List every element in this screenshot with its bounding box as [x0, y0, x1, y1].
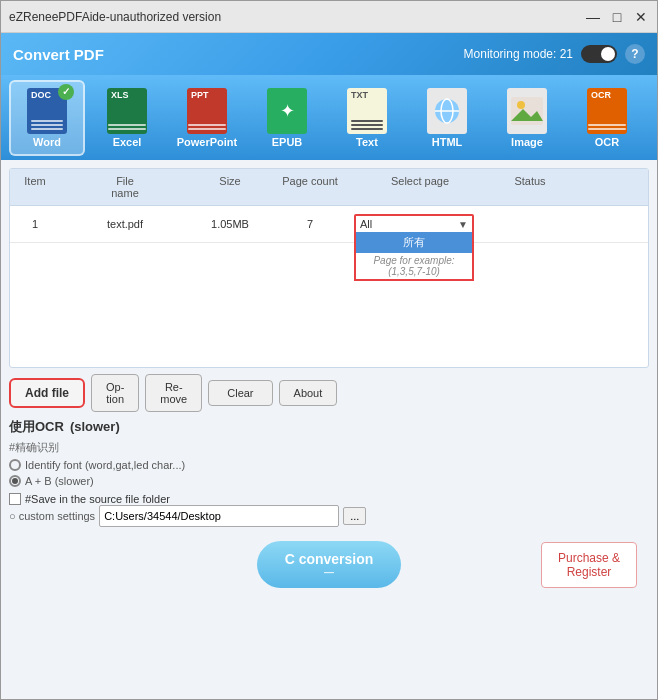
dropdown-arrow-icon: ▼ [458, 219, 468, 230]
window-title: eZReneePDFAide-unauthorized version [9, 10, 585, 24]
img-icon-bg [507, 88, 547, 134]
format-ocr[interactable]: OCR [569, 80, 645, 156]
ocr-title-en: (slower) [70, 419, 120, 434]
svg-point-4 [517, 101, 525, 109]
ocr-option1-row: Identify font (word,gat,led char...) [9, 459, 649, 471]
main-content: Item Filename Size Page count Select pag… [1, 160, 657, 699]
convert-btn-sub: — [324, 567, 334, 578]
format-powerpoint[interactable]: PowerPoint [169, 80, 245, 156]
purchase-button[interactable]: Purchase & Register [541, 542, 637, 588]
format-bar: ✓ Word Excel [1, 75, 657, 160]
ocr-option2-row: A + B (slower) [9, 475, 649, 487]
purchase-line2: Register [567, 565, 612, 579]
col-selectpage: Select page [350, 173, 490, 201]
dropdown-menu: 所有 Page for example: (1,3,5,7-10) [354, 232, 474, 281]
save-label: #Save in the source file folder [25, 493, 170, 505]
format-excel-label: Excel [113, 136, 142, 148]
ocr-option1-radio[interactable] [9, 459, 21, 471]
minimize-button[interactable]: — [585, 9, 601, 25]
word-icon: ✓ [24, 88, 70, 134]
help-button[interactable]: ? [625, 44, 645, 64]
col-status: Status [490, 173, 570, 201]
format-powerpoint-label: PowerPoint [177, 136, 238, 148]
add-file-button[interactable]: Add file [9, 378, 85, 408]
format-epub-label: EPUB [272, 136, 303, 148]
app-title: Convert PDF [13, 46, 104, 63]
ocr-option2-radio[interactable] [9, 475, 21, 487]
remove-button[interactable]: Re-move [145, 374, 202, 412]
cell-filename: text.pdf [60, 216, 190, 232]
table-header: Item Filename Size Page count Select pag… [10, 169, 648, 206]
save-section: #Save in the source file folder ○ custom… [9, 493, 649, 527]
purchase-line1: Purchase & [558, 551, 620, 565]
path-row: ○ custom settings ... [9, 505, 649, 527]
col-pagecount: Page count [270, 173, 350, 201]
ppt-icon-bg [187, 88, 227, 134]
excel-icon [104, 88, 150, 134]
format-ocr-label: OCR [595, 136, 619, 148]
convert-button[interactable]: C conversion — [257, 541, 402, 588]
monitoring-toggle[interactable] [581, 45, 617, 63]
dropdown-option-all[interactable]: 所有 [356, 232, 472, 253]
format-word-label: Word [33, 136, 61, 148]
format-html-label: HTML [432, 136, 463, 148]
monitoring-label: Monitoring mode: 21 [464, 47, 573, 61]
format-epub[interactable]: ✦ EPUB [249, 80, 325, 156]
ocr-icon [584, 88, 630, 134]
title-bar: eZReneePDFAide-unauthorized version — □ … [1, 1, 657, 33]
dropdown-header[interactable]: All ▼ [356, 216, 472, 232]
format-html[interactable]: HTML [409, 80, 485, 156]
txt-icon-bg [347, 88, 387, 134]
save-checkbox[interactable] [9, 493, 21, 505]
ocr-option1-label: Identify font (word,gat,led char...) [25, 459, 185, 471]
dropdown-current-value: All [360, 218, 372, 230]
cell-size: 1.05MB [190, 216, 270, 232]
col-item: Item [10, 173, 60, 201]
format-excel[interactable]: Excel [89, 80, 165, 156]
ocr-icon-bg [587, 88, 627, 134]
xls-icon-bg [107, 88, 147, 134]
format-image-label: Image [511, 136, 543, 148]
format-image[interactable]: Image [489, 80, 565, 156]
dropdown-hint: Page for example: (1,3,5,7-10) [356, 253, 472, 279]
ocr-title: 使用OCR [9, 418, 64, 436]
format-word[interactable]: ✓ Word [9, 80, 85, 156]
buttons-row: Add file Op-tion Re-move Clear About [9, 374, 649, 412]
page-select-dropdown[interactable]: All ▼ 所有 Page for example: (1,3,5,7-10) [354, 214, 474, 234]
path-input[interactable] [99, 505, 339, 527]
col-filename: Filename [60, 173, 190, 201]
format-text-label: Text [356, 136, 378, 148]
about-button[interactable]: About [279, 380, 338, 406]
close-button[interactable]: ✕ [633, 9, 649, 25]
col-size: Size [190, 173, 270, 201]
bottom-bar: C conversion — Purchase & Register [9, 533, 649, 596]
browse-button[interactable]: ... [343, 507, 366, 525]
html-icon-bg [427, 88, 467, 134]
maximize-button[interactable]: □ [609, 9, 625, 25]
text-icon [344, 88, 390, 134]
convert-btn-label: C conversion [285, 551, 374, 567]
cell-pagecount: 7 [270, 216, 350, 232]
ocr-subtitle: #精确识别 [9, 440, 649, 455]
ocr-options: 使用OCR (slower) #精确识别 Identify font (word… [9, 418, 649, 487]
option-button[interactable]: Op-tion [91, 374, 139, 412]
check-badge: ✓ [58, 84, 74, 100]
monitoring-section: Monitoring mode: 21 ? [464, 44, 645, 64]
cell-item: 1 [10, 216, 60, 232]
ocr-option2-label: A + B (slower) [25, 475, 94, 487]
toggle-knob [601, 47, 615, 61]
html-icon [424, 88, 470, 134]
header-bar: Convert PDF Monitoring mode: 21 ? [1, 33, 657, 75]
clear-button[interactable]: Clear [208, 380, 272, 406]
cell-status [490, 222, 570, 226]
table-row: 1 text.pdf 1.05MB 7 All ▼ 所有 Page for ex… [10, 206, 648, 243]
format-text[interactable]: Text [329, 80, 405, 156]
epub-icon: ✦ [264, 88, 310, 134]
epub-icon-bg: ✦ [267, 88, 307, 134]
cell-selectpage: All ▼ 所有 Page for example: (1,3,5,7-10) [350, 212, 490, 236]
powerpoint-icon [184, 88, 230, 134]
window-controls: — □ ✕ [585, 9, 649, 25]
custom-label: ○ custom settings [9, 510, 95, 522]
file-table: Item Filename Size Page count Select pag… [9, 168, 649, 368]
main-window: eZReneePDFAide-unauthorized version — □ … [0, 0, 658, 700]
